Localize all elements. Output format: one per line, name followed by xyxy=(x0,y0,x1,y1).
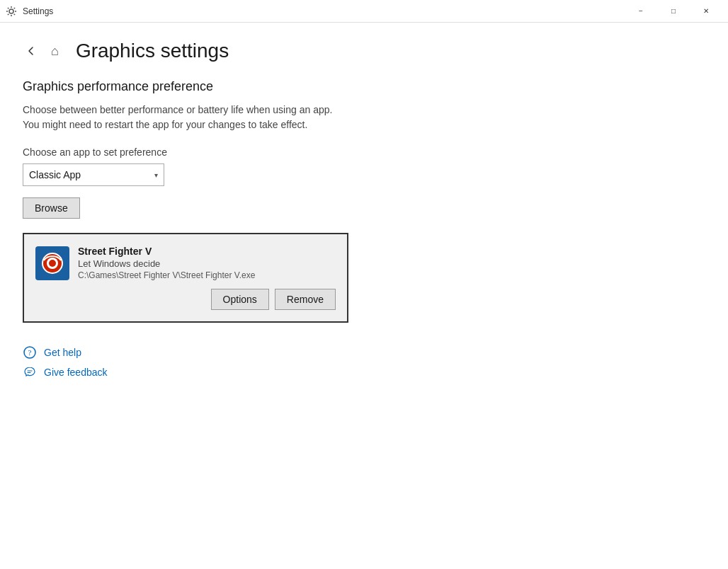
app-card-buttons: Options Remove xyxy=(35,289,336,310)
back-button[interactable] xyxy=(23,42,40,59)
main-content: ⌂ Graphics settings Graphics performance… xyxy=(0,23,728,569)
choose-label: Choose an app to set preference xyxy=(23,146,705,158)
maximize-button[interactable]: □ xyxy=(657,0,690,23)
section-title: Graphics performance preference xyxy=(23,79,705,94)
titlebar-title: Settings xyxy=(23,6,53,16)
settings-app-icon xyxy=(6,6,17,17)
dropdown-value: Classic App xyxy=(29,169,81,180)
get-help-link[interactable]: ? Get help xyxy=(23,345,705,360)
svg-text:?: ? xyxy=(28,348,32,357)
description-line1: Choose between better performance or bat… xyxy=(23,104,332,115)
app-preference: Let Windows decide xyxy=(78,258,336,269)
give-feedback-link[interactable]: Give feedback xyxy=(23,365,705,379)
dropdown-container: Classic App ▾ xyxy=(23,163,705,186)
titlebar-controls: − □ ✕ xyxy=(625,0,722,23)
home-icon: ⌂ xyxy=(51,44,59,59)
remove-button[interactable]: Remove xyxy=(275,289,336,310)
page-header: ⌂ Graphics settings xyxy=(23,40,705,62)
get-help-icon: ? xyxy=(23,345,37,360)
svg-point-0 xyxy=(9,9,13,13)
browse-button[interactable]: Browse xyxy=(23,197,80,219)
svg-point-4 xyxy=(49,260,56,267)
app-name: Street Fighter V xyxy=(78,246,336,257)
app-icon xyxy=(35,246,69,280)
app-card-header: Street Fighter V Let Windows decide C:\G… xyxy=(35,246,336,280)
app-info: Street Fighter V Let Windows decide C:\G… xyxy=(78,246,336,280)
give-feedback-icon xyxy=(23,365,37,379)
page-title: Graphics settings xyxy=(76,40,229,62)
give-feedback-label: Give feedback xyxy=(44,367,108,378)
description-line2: You might need to restart the app for yo… xyxy=(23,119,307,130)
description: Choose between better performance or bat… xyxy=(23,103,705,132)
app-path: C:\Games\Street Fighter V\Street Fighter… xyxy=(78,270,336,280)
options-button[interactable]: Options xyxy=(211,289,269,310)
app-card: Street Fighter V Let Windows decide C:\G… xyxy=(23,233,348,323)
titlebar-left: Settings xyxy=(6,6,53,17)
close-button[interactable]: ✕ xyxy=(690,0,722,23)
app-type-dropdown[interactable]: Classic App ▾ xyxy=(23,163,164,186)
chevron-down-icon: ▾ xyxy=(154,171,158,179)
get-help-label: Get help xyxy=(44,347,81,358)
page-content: ⌂ Graphics settings Graphics performance… xyxy=(0,23,728,569)
titlebar: Settings − □ ✕ xyxy=(0,0,728,23)
help-section: ? Get help Give feedback xyxy=(23,345,705,379)
minimize-button[interactable]: − xyxy=(625,0,657,23)
